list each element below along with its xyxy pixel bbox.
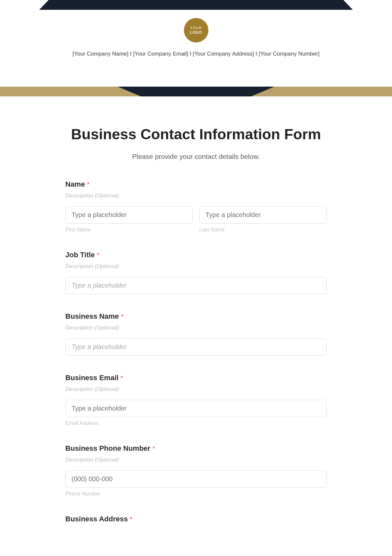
business-email-sublabel: Email Address: [65, 420, 327, 426]
logo-text-logo: LOGO: [190, 30, 202, 35]
first-name-sublabel: First Name: [65, 227, 193, 233]
required-marker: *: [121, 313, 123, 320]
business-email-description: Description (Optional): [65, 386, 327, 393]
required-marker: *: [153, 445, 155, 452]
business-phone-sublabel: Phone Number: [65, 491, 327, 497]
required-marker: *: [130, 515, 133, 523]
business-email-input[interactable]: [65, 400, 327, 417]
name-label: Name: [65, 180, 85, 189]
form-container: Business Contact Information Form Please…: [46, 96, 346, 554]
form-subtitle: Please provide your contact details belo…: [65, 153, 327, 160]
form-title: Business Contact Information Form: [65, 126, 327, 143]
last-name-input[interactable]: [199, 206, 327, 224]
job-title-label: Job Title: [65, 251, 95, 259]
logo-text-your: YOUR: [190, 26, 202, 30]
business-phone-input[interactable]: [65, 470, 327, 488]
business-name-label: Business Name: [65, 312, 119, 321]
logo-section: YOUR LOGO [Your Company Name] I [Your Co…: [0, 10, 392, 64]
field-business-name: Business Name * Description (Optional): [65, 312, 327, 356]
job-title-description: Description (Optional): [65, 263, 327, 270]
business-phone-description: Description (Optional): [65, 457, 327, 463]
name-description: Description (Optional): [65, 193, 327, 199]
business-address-label: Business Address: [65, 515, 128, 523]
required-marker: *: [121, 374, 123, 381]
company-info-line: [Your Company Name] I [Your Company Emai…: [0, 51, 392, 57]
last-name-sublabel: Last Name: [199, 227, 327, 233]
divider-chevron: [118, 87, 274, 96]
business-phone-label: Business Phone Number: [65, 444, 150, 453]
business-name-description: Description (Optional): [65, 325, 327, 331]
header-banner: [39, 0, 353, 10]
required-marker: *: [87, 181, 90, 188]
field-business-email: Business Email * Description (Optional) …: [65, 374, 327, 426]
logo-placeholder: YOUR LOGO: [184, 18, 208, 42]
required-marker: *: [97, 251, 100, 259]
divider-band: [0, 87, 392, 96]
business-email-label: Business Email: [65, 374, 119, 382]
field-name: Name * Description (Optional) First Name…: [65, 180, 327, 233]
field-business-phone: Business Phone Number * Description (Opt…: [65, 444, 327, 497]
field-business-address: Business Address *: [65, 515, 327, 523]
first-name-input[interactable]: [65, 206, 193, 224]
job-title-input[interactable]: [65, 277, 327, 294]
business-name-input[interactable]: [65, 338, 327, 356]
field-job-title: Job Title * Description (Optional): [65, 251, 327, 294]
